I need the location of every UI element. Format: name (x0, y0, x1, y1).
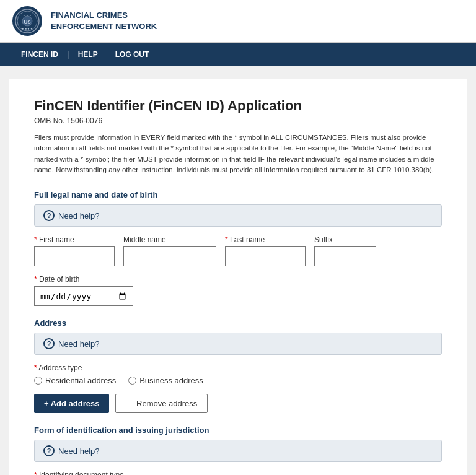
address-section-header: Address (34, 318, 442, 328)
first-name-input[interactable] (34, 246, 115, 266)
last-name-group: * Last name (225, 235, 306, 266)
name-dob-section-header: Full legal name and date of birth (34, 190, 442, 199)
svg-text:US: US (24, 19, 31, 25)
first-name-label: * First name (34, 235, 115, 244)
nav-help[interactable]: HELP (69, 43, 107, 66)
radio-residential-text: Residential address (45, 376, 116, 385)
radio-business-text: Business address (139, 376, 203, 385)
name-dob-fields: * First name Middle name * Last name Suf… (34, 235, 442, 306)
dob-group: * Date of birth (34, 275, 133, 306)
nav-logout[interactable]: LOG OUT (107, 43, 158, 66)
remove-address-button[interactable]: — Remove address (115, 394, 208, 413)
identification-help-bar[interactable]: ? Need help? (34, 440, 442, 462)
instructions-text: Filers must provide information in EVERY… (34, 133, 442, 175)
radio-residential[interactable] (34, 377, 42, 385)
address-buttons: + Add address — Remove address (34, 394, 442, 413)
address-type-label: * Address type (34, 364, 442, 372)
middle-name-input[interactable] (123, 246, 216, 266)
address-type-radios: Residential address Business address (34, 376, 442, 385)
svg-text:★ ★ ★ ★: ★ ★ ★ ★ (22, 28, 33, 30)
identification-section-header: Form of identification and issuing juris… (34, 425, 442, 435)
address-help-bar[interactable]: ? Need help? (34, 333, 442, 355)
doc-type-label: * Identifying document type (34, 471, 442, 475)
radio-business[interactable] (128, 377, 136, 385)
middle-name-group: Middle name (123, 235, 216, 266)
navigation-bar: FINCEN ID | HELP LOG OUT (0, 43, 476, 66)
nav-divider: | (67, 50, 69, 59)
last-name-label: * Last name (225, 235, 306, 244)
suffix-group: Suffix (314, 235, 376, 266)
main-content: FinCEN Identifier (FinCEN ID) Applicatio… (9, 79, 467, 475)
org-name: FINANCIAL CRIMES ENFORCEMENT NETWORK (51, 10, 157, 32)
suffix-input[interactable] (314, 246, 376, 266)
nav-fincen-id[interactable]: FINCEN ID (12, 43, 67, 66)
help-icon-name-dob: ? (43, 210, 55, 221)
page-title: FinCEN Identifier (FinCEN ID) Applicatio… (34, 98, 442, 114)
page-header: US ★ ★ ★ ★ ★ ★ ★ FINANCIAL CRIMES ENFORC… (0, 0, 476, 43)
add-address-button[interactable]: + Add address (34, 394, 109, 413)
middle-name-label: Middle name (123, 235, 216, 244)
radio-business-label[interactable]: Business address (128, 376, 203, 385)
address-help-label: Need help? (58, 339, 100, 349)
omb-number: OMB No. 1506-0076 (34, 116, 442, 125)
name-dob-help-bar[interactable]: ? Need help? (34, 204, 442, 227)
agency-seal: US ★ ★ ★ ★ ★ ★ ★ (12, 6, 42, 36)
suffix-label: Suffix (314, 235, 376, 244)
svg-text:★ ★ ★: ★ ★ ★ (23, 14, 32, 17)
dob-label: * Date of birth (34, 275, 133, 284)
identification-help-label: Need help? (58, 447, 100, 456)
dob-input[interactable] (34, 286, 133, 306)
first-name-group: * First name (34, 235, 115, 266)
last-name-input[interactable] (225, 246, 306, 266)
name-dob-help-label: Need help? (58, 211, 100, 220)
help-icon-address: ? (43, 338, 55, 349)
help-icon-identification: ? (43, 445, 55, 456)
radio-residential-label[interactable]: Residential address (34, 376, 116, 385)
